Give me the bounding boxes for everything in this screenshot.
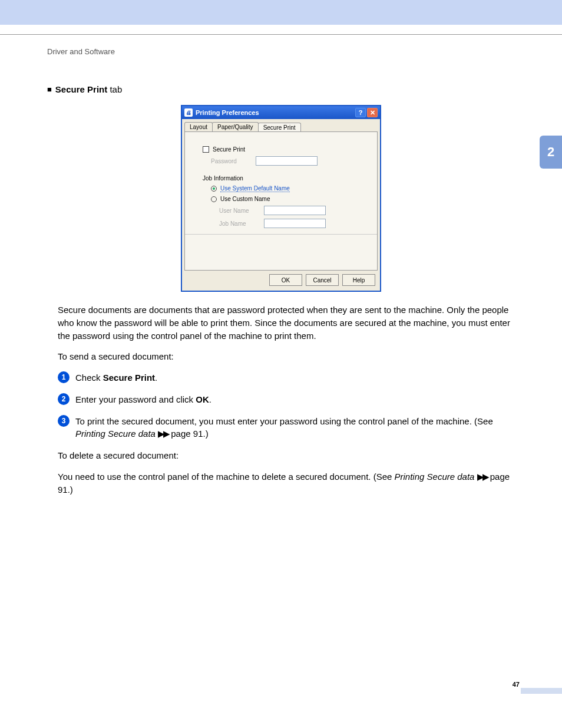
tab-strip: Layout Paper/Quality Secure Print (182, 119, 380, 131)
step1-text-c: . (155, 373, 157, 383)
step3-text-b: Printing Secure data (75, 429, 156, 439)
section-title-rest: tab (107, 84, 122, 94)
radio-system-default[interactable] (211, 186, 217, 192)
printer-icon: 🖨 (184, 108, 193, 117)
page-content: Driver and Software ■ Secure Print tab 🖨… (47, 47, 515, 504)
printing-preferences-dialog: 🖨 Printing Preferences ? ✕ Layout Paper/… (181, 105, 381, 292)
para2-a: You need to use the control panel of the… (58, 472, 395, 482)
step-number-2: 2 (58, 393, 70, 405)
job-name-input[interactable] (264, 219, 326, 228)
cross-ref-arrows-icon: ▶▶ (158, 429, 168, 439)
square-bullet-icon: ■ (47, 85, 52, 94)
section-title: ■ Secure Print tab (47, 84, 515, 94)
cancel-button[interactable]: Cancel (306, 274, 339, 286)
step2-text-b: OK (196, 394, 209, 404)
step-1: 1 Check Secure Print. (58, 371, 515, 384)
step1-text-a: Check (75, 373, 103, 383)
page-number: 47 (513, 681, 520, 688)
titlebar-help-button[interactable]: ? (355, 108, 366, 117)
secure-print-checkbox[interactable] (203, 146, 209, 153)
step-number-3: 3 (58, 415, 70, 427)
cross-ref-arrows-icon-2: ▶▶ (477, 472, 488, 482)
step1-text-b: Secure Print (103, 373, 155, 383)
job-name-label: Job Name (219, 220, 260, 227)
tab-secure-print[interactable]: Secure Print (258, 123, 301, 132)
step2-text-c: . (209, 394, 211, 404)
step2-text-a: Enter your password and click (75, 394, 196, 404)
para2-b: Printing Secure data (395, 472, 475, 482)
password-label: Password (211, 158, 252, 164)
tab-panel: Secure Print Password Job Information Us… (184, 131, 378, 271)
lead-delete: To delete a secured document: (58, 449, 515, 462)
radio-custom-name[interactable] (211, 196, 217, 202)
step3-text-d: page 91.) (168, 429, 209, 439)
help-button[interactable]: Help (342, 274, 375, 286)
top-rule (0, 34, 562, 35)
step-3: 3 To print the secured document, you mus… (58, 415, 515, 440)
password-input[interactable] (256, 156, 318, 166)
close-icon[interactable]: ✕ (367, 108, 378, 117)
step-2: 2 Enter your password and click OK. (58, 393, 515, 406)
tab-layout[interactable]: Layout (184, 122, 213, 131)
dialog-titlebar: 🖨 Printing Preferences ? ✕ (182, 106, 380, 119)
dialog-button-row: OK Cancel Help (182, 271, 380, 291)
radio-system-default-label: Use System Default Name (220, 185, 290, 192)
running-header: Driver and Software (47, 47, 515, 56)
ok-button[interactable]: OK (269, 274, 302, 286)
paragraph-intro: Secure documents are documents that are … (58, 304, 515, 342)
tab-paper-quality[interactable]: Paper/Quality (212, 122, 259, 131)
section-title-bold: Secure Print (55, 84, 107, 94)
radio-custom-name-label: Use Custom Name (220, 196, 270, 202)
step-number-1: 1 (58, 371, 70, 383)
user-name-label: User Name (219, 207, 260, 214)
chapter-tab: 2 (540, 136, 562, 169)
paragraph-delete: You need to use the control panel of the… (58, 470, 515, 496)
top-header-bar (0, 0, 562, 25)
job-information-label: Job Information (203, 175, 243, 182)
step3-text-a: To print the secured document, you must … (75, 416, 493, 426)
page-number-bar (521, 688, 562, 694)
user-name-input[interactable] (264, 206, 326, 215)
dialog-title: Printing Preferences (196, 109, 259, 116)
lead-send: To send a secured document: (58, 350, 515, 363)
secure-print-label: Secure Print (213, 146, 245, 153)
